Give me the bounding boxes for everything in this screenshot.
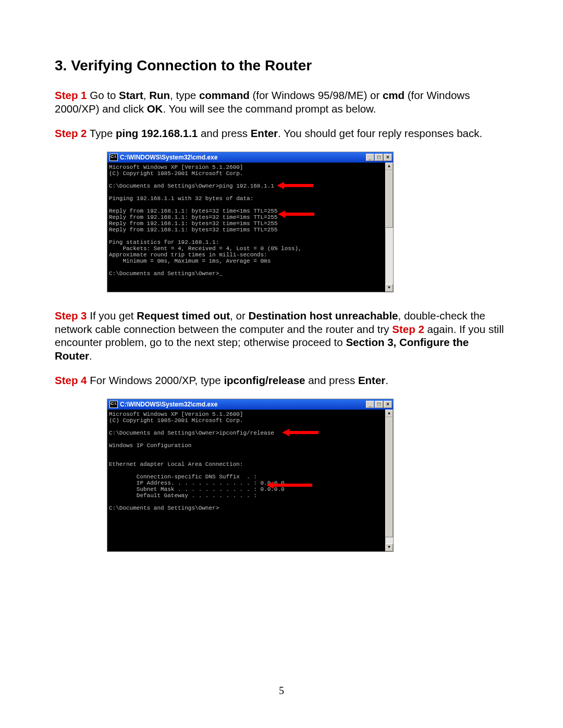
scroll-thumb[interactable] <box>385 417 393 537</box>
cmd1-scrollbar[interactable]: ▲ ▼ <box>385 163 393 292</box>
minimize-button[interactable]: _ <box>366 401 374 408</box>
cmd1-output: Microsoft Windows XP [Version 5.1.2600](… <box>107 163 385 292</box>
svg-marker-3 <box>266 482 312 489</box>
cmd1-titlebar: C:\ C:\WINDOWS\System32\cmd.exe _ □ × <box>107 152 393 163</box>
callout-arrow-icon <box>282 429 319 435</box>
minimize-button[interactable]: _ <box>366 154 374 161</box>
scroll-up-button[interactable]: ▲ <box>385 410 393 417</box>
cmd2-scrollbar[interactable]: ▲ ▼ <box>385 410 393 551</box>
cmd2-titlebar: C:\ C:\WINDOWS\System32\cmd.exe _ □ × <box>107 399 393 410</box>
maximize-button[interactable]: □ <box>375 154 383 161</box>
step-4-text: Step 4 For Windows 2000/XP, type ipconfi… <box>55 374 508 387</box>
cmd-screenshot-2: C:\ C:\WINDOWS\System32\cmd.exe _ □ × Mi… <box>107 399 394 552</box>
maximize-button[interactable]: □ <box>375 401 383 408</box>
step-1-text: Step 1 Go to Start, Run, type command (f… <box>55 89 508 115</box>
svg-marker-2 <box>282 429 319 436</box>
cmd2-output: Microsoft Windows XP [Version 5.1.2600](… <box>107 410 385 551</box>
scroll-thumb[interactable] <box>385 170 393 228</box>
step-4-label: Step 4 <box>55 374 87 386</box>
cmd-screenshot-1: C:\ C:\WINDOWS\System32\cmd.exe _ □ × Mi… <box>107 152 394 292</box>
cmd-icon: C:\ <box>109 401 118 408</box>
svg-marker-0 <box>277 182 313 189</box>
step-1-label: Step 1 <box>55 89 87 101</box>
step-3-label: Step 3 <box>55 310 87 322</box>
callout-arrow-icon <box>278 211 314 217</box>
callout-arrow-icon <box>277 182 313 188</box>
close-button[interactable]: × <box>384 154 392 161</box>
cmd1-title: C:\WINDOWS\System32\cmd.exe <box>120 154 217 161</box>
svg-marker-1 <box>278 211 314 218</box>
step-3-text: Step 3 If you get Request timed out, or … <box>55 309 508 363</box>
cmd2-title: C:\WINDOWS\System32\cmd.exe <box>120 401 217 408</box>
close-button[interactable]: × <box>384 401 392 408</box>
scroll-track[interactable] <box>385 170 393 284</box>
cmd-icon: C:\ <box>109 154 118 161</box>
scroll-down-button[interactable]: ▼ <box>385 544 393 551</box>
section-heading: 3. Verifying Connection to the Router <box>55 57 508 74</box>
scroll-down-button[interactable]: ▼ <box>385 284 393 292</box>
scroll-track[interactable] <box>385 417 393 544</box>
step-2-text: Step 2 Type ping 192.168.1.1 and press E… <box>55 127 508 140</box>
step-2-label: Step 2 <box>55 127 87 139</box>
scroll-up-button[interactable]: ▲ <box>385 163 393 170</box>
page-number: 5 <box>0 685 563 697</box>
callout-arrow-icon <box>266 482 312 488</box>
